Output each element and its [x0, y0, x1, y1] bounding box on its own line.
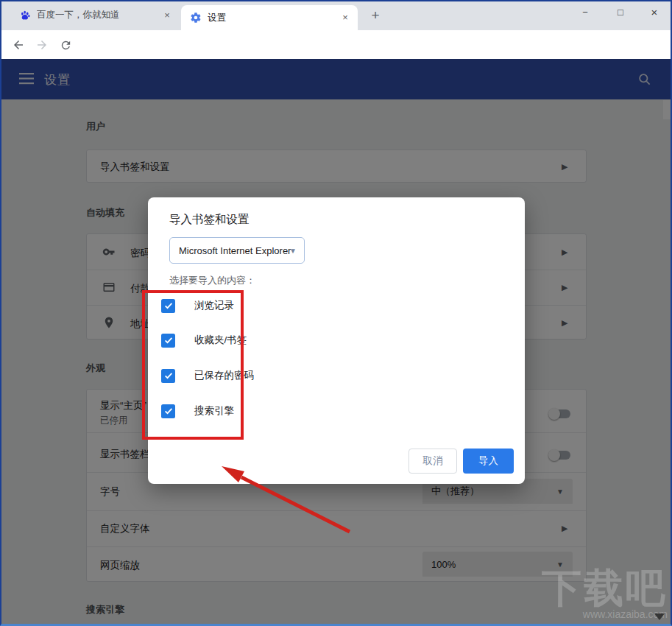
tab-strip: 百度一下，你就知道 × 设置 × + − □ ×	[0, 0, 672, 30]
tab-title: 设置	[208, 12, 339, 24]
tab-close-icon[interactable]: ×	[339, 11, 352, 24]
settings-gear-icon	[190, 12, 202, 24]
watermark-triangle-icon	[654, 613, 665, 620]
browser-toolbar: 飞牛浏览器 | chrome:// settings/importData ☆ …	[0, 30, 672, 59]
window-maximize-button[interactable]: □	[609, 3, 632, 22]
back-icon[interactable]	[9, 35, 28, 54]
window-minimize-button[interactable]: −	[574, 3, 596, 22]
tab-settings[interactable]: 设置 ×	[181, 5, 358, 30]
import-button[interactable]: 导入	[463, 449, 514, 474]
forward-icon[interactable]	[32, 35, 52, 54]
new-tab-button[interactable]: +	[365, 6, 386, 27]
reload-icon[interactable]	[56, 35, 75, 54]
cancel-button[interactable]: 取消	[408, 449, 457, 474]
dialog-title: 导入书签和设置	[169, 212, 250, 228]
baidu-favicon-icon	[19, 10, 31, 21]
annotation-red-box	[142, 290, 244, 440]
window-close-button[interactable]: ×	[643, 3, 665, 22]
choose-items-label: 选择要导入的内容：	[169, 274, 255, 287]
chevron-down-icon: ▼	[289, 247, 297, 255]
tab-title: 百度一下，你就知道	[37, 9, 160, 21]
tab-baidu[interactable]: 百度一下，你就知道 ×	[10, 0, 180, 30]
import-source-select[interactable]: Microsoft Internet Explorer ▼	[169, 237, 305, 264]
tab-close-icon[interactable]: ×	[160, 9, 174, 22]
browser-window: 百度一下，你就知道 × 设置 × + − □ × 飞牛浏览器	[0, 0, 672, 626]
